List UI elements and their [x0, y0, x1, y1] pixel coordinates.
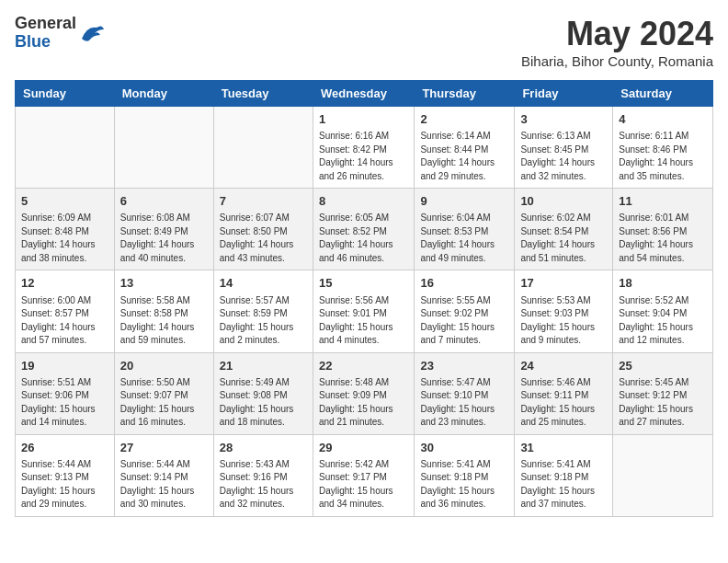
day-info: Sunrise: 6:09 AM Sunset: 8:48 PM Dayligh… — [21, 212, 108, 265]
day-number: 18 — [619, 275, 707, 292]
day-number: 16 — [420, 275, 508, 292]
calendar-week-row: 5Sunrise: 6:09 AM Sunset: 8:48 PM Daylig… — [16, 189, 713, 270]
logo-blue: Blue — [15, 33, 76, 52]
calendar-cell: 13Sunrise: 5:58 AM Sunset: 8:58 PM Dayli… — [114, 270, 213, 352]
day-info: Sunrise: 6:14 AM Sunset: 8:44 PM Dayligh… — [420, 130, 508, 183]
title-area: May 2024 Biharia, Bihor County, Romania — [521, 15, 713, 69]
day-info: Sunrise: 5:41 AM Sunset: 9:18 PM Dayligh… — [520, 458, 607, 511]
calendar-cell: 9Sunrise: 6:04 AM Sunset: 8:53 PM Daylig… — [415, 189, 515, 270]
day-info: Sunrise: 5:52 AM Sunset: 9:04 PM Dayligh… — [619, 294, 707, 348]
calendar-cell: 22Sunrise: 5:48 AM Sunset: 9:09 PM Dayli… — [313, 352, 414, 434]
day-number: 21 — [220, 358, 307, 374]
calendar-cell: 2Sunrise: 6:14 AM Sunset: 8:44 PM Daylig… — [415, 107, 515, 189]
location-subtitle: Biharia, Bihor County, Romania — [521, 53, 713, 69]
calendar-cell: 7Sunrise: 6:07 AM Sunset: 8:50 PM Daylig… — [213, 189, 313, 270]
calendar-header-row: SundayMondayTuesdayWednesdayThursdayFrid… — [16, 81, 713, 107]
calendar-cell: 14Sunrise: 5:57 AM Sunset: 8:59 PM Dayli… — [213, 270, 313, 352]
month-title: May 2024 — [521, 15, 713, 53]
column-header-saturday: Saturday — [613, 81, 713, 107]
day-number: 25 — [619, 358, 707, 374]
calendar-week-row: 12Sunrise: 6:00 AM Sunset: 8:57 PM Dayli… — [16, 270, 713, 352]
day-info: Sunrise: 5:41 AM Sunset: 9:18 PM Dayligh… — [420, 458, 508, 511]
logo: General Blue — [15, 15, 106, 52]
calendar-week-row: 1Sunrise: 6:16 AM Sunset: 8:42 PM Daylig… — [16, 107, 713, 189]
calendar-cell — [613, 434, 713, 516]
day-info: Sunrise: 6:04 AM Sunset: 8:53 PM Dayligh… — [420, 212, 508, 265]
day-info: Sunrise: 5:51 AM Sunset: 9:06 PM Dayligh… — [21, 376, 108, 430]
day-number: 6 — [120, 193, 208, 210]
day-info: Sunrise: 6:00 AM Sunset: 8:57 PM Dayligh… — [21, 294, 108, 348]
day-info: Sunrise: 6:08 AM Sunset: 8:49 PM Dayligh… — [120, 212, 208, 265]
day-number: 28 — [220, 440, 307, 456]
day-info: Sunrise: 6:01 AM Sunset: 8:56 PM Dayligh… — [619, 212, 707, 265]
calendar-cell — [114, 107, 213, 189]
day-info: Sunrise: 6:11 AM Sunset: 8:46 PM Dayligh… — [619, 130, 707, 183]
day-info: Sunrise: 5:56 AM Sunset: 9:01 PM Dayligh… — [319, 294, 408, 348]
calendar-cell — [16, 107, 115, 189]
calendar-cell: 8Sunrise: 6:05 AM Sunset: 8:52 PM Daylig… — [313, 189, 414, 270]
day-info: Sunrise: 5:48 AM Sunset: 9:09 PM Dayligh… — [319, 376, 408, 430]
day-info: Sunrise: 5:43 AM Sunset: 9:16 PM Dayligh… — [220, 458, 307, 511]
calendar-week-row: 19Sunrise: 5:51 AM Sunset: 9:06 PM Dayli… — [16, 352, 713, 434]
day-number: 3 — [520, 111, 607, 128]
column-header-friday: Friday — [515, 81, 613, 107]
calendar-cell: 10Sunrise: 6:02 AM Sunset: 8:54 PM Dayli… — [515, 189, 613, 270]
calendar-cell: 29Sunrise: 5:42 AM Sunset: 9:17 PM Dayli… — [313, 434, 414, 516]
day-number: 4 — [619, 111, 707, 128]
day-info: Sunrise: 5:44 AM Sunset: 9:13 PM Dayligh… — [21, 458, 108, 511]
day-number: 2 — [420, 111, 508, 128]
day-info: Sunrise: 5:49 AM Sunset: 9:08 PM Dayligh… — [220, 376, 307, 430]
calendar-cell: 18Sunrise: 5:52 AM Sunset: 9:04 PM Dayli… — [613, 270, 713, 352]
day-number: 11 — [619, 193, 707, 210]
day-number: 8 — [319, 193, 408, 210]
day-number: 22 — [319, 358, 408, 374]
calendar-cell: 16Sunrise: 5:55 AM Sunset: 9:02 PM Dayli… — [415, 270, 515, 352]
column-header-wednesday: Wednesday — [313, 81, 414, 107]
logo-bird-icon — [80, 22, 106, 44]
day-info: Sunrise: 5:55 AM Sunset: 9:02 PM Dayligh… — [420, 294, 508, 348]
day-number: 20 — [120, 358, 208, 374]
calendar-cell: 19Sunrise: 5:51 AM Sunset: 9:06 PM Dayli… — [16, 352, 115, 434]
day-number: 14 — [220, 275, 307, 292]
calendar-cell: 3Sunrise: 6:13 AM Sunset: 8:45 PM Daylig… — [515, 107, 613, 189]
day-number: 23 — [420, 358, 508, 374]
day-info: Sunrise: 5:47 AM Sunset: 9:10 PM Dayligh… — [420, 376, 508, 430]
day-info: Sunrise: 5:44 AM Sunset: 9:14 PM Dayligh… — [120, 458, 208, 511]
day-info: Sunrise: 5:57 AM Sunset: 8:59 PM Dayligh… — [220, 294, 307, 348]
day-number: 1 — [319, 111, 408, 128]
day-number: 13 — [120, 275, 208, 292]
calendar-week-row: 26Sunrise: 5:44 AM Sunset: 9:13 PM Dayli… — [16, 434, 713, 516]
calendar-cell: 21Sunrise: 5:49 AM Sunset: 9:08 PM Dayli… — [213, 352, 313, 434]
calendar-cell: 25Sunrise: 5:45 AM Sunset: 9:12 PM Dayli… — [613, 352, 713, 434]
day-number: 30 — [420, 440, 508, 456]
day-info: Sunrise: 6:16 AM Sunset: 8:42 PM Dayligh… — [319, 130, 408, 183]
column-header-monday: Monday — [114, 81, 213, 107]
logo-general: General — [15, 15, 76, 33]
day-info: Sunrise: 5:45 AM Sunset: 9:12 PM Dayligh… — [619, 376, 707, 430]
day-number: 12 — [21, 275, 108, 292]
calendar-cell: 31Sunrise: 5:41 AM Sunset: 9:18 PM Dayli… — [515, 434, 613, 516]
day-number: 26 — [21, 440, 108, 456]
calendar-cell: 12Sunrise: 6:00 AM Sunset: 8:57 PM Dayli… — [16, 270, 115, 352]
day-info: Sunrise: 6:07 AM Sunset: 8:50 PM Dayligh… — [220, 212, 307, 265]
day-number: 27 — [120, 440, 208, 456]
day-number: 5 — [21, 193, 108, 210]
column-header-sunday: Sunday — [16, 81, 115, 107]
calendar-cell: 5Sunrise: 6:09 AM Sunset: 8:48 PM Daylig… — [16, 189, 115, 270]
day-info: Sunrise: 6:05 AM Sunset: 8:52 PM Dayligh… — [319, 212, 408, 265]
day-number: 7 — [220, 193, 307, 210]
day-number: 10 — [520, 193, 607, 210]
calendar-cell: 1Sunrise: 6:16 AM Sunset: 8:42 PM Daylig… — [313, 107, 414, 189]
day-number: 9 — [420, 193, 508, 210]
day-number: 17 — [520, 275, 607, 292]
day-info: Sunrise: 6:02 AM Sunset: 8:54 PM Dayligh… — [520, 212, 607, 265]
column-header-tuesday: Tuesday — [213, 81, 313, 107]
calendar-cell: 27Sunrise: 5:44 AM Sunset: 9:14 PM Dayli… — [114, 434, 213, 516]
day-number: 24 — [520, 358, 607, 374]
day-number: 29 — [319, 440, 408, 456]
day-info: Sunrise: 5:58 AM Sunset: 8:58 PM Dayligh… — [120, 294, 208, 348]
day-info: Sunrise: 5:42 AM Sunset: 9:17 PM Dayligh… — [319, 458, 408, 511]
calendar-cell: 26Sunrise: 5:44 AM Sunset: 9:13 PM Dayli… — [16, 434, 115, 516]
day-info: Sunrise: 5:50 AM Sunset: 9:07 PM Dayligh… — [120, 376, 208, 430]
day-info: Sunrise: 5:53 AM Sunset: 9:03 PM Dayligh… — [520, 294, 607, 348]
